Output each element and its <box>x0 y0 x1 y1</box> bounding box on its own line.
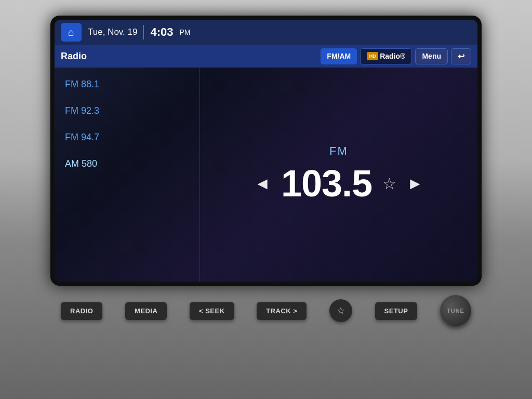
radio-title-box: Radio <box>61 51 87 62</box>
setup-physical-button[interactable]: SETUP <box>375 302 418 320</box>
preset-3-freq: 94.7 <box>81 132 99 142</box>
preset-item-3[interactable]: FM 94.7 <box>55 125 200 150</box>
back-button[interactable]: ↩ <box>451 48 471 64</box>
preset-item-4[interactable]: AM 580 <box>55 151 200 177</box>
preset-item-2[interactable]: FM 92.3 <box>55 98 200 124</box>
hd-radio-text: Radio® <box>380 52 405 60</box>
sub-header-buttons: FM/AM HD Radio® Menu ↩ <box>321 48 471 64</box>
seek-physical-button[interactable]: < SEEK <box>190 302 234 320</box>
favorite-button[interactable]: ☆ <box>382 175 396 193</box>
home-icon: ⌂ <box>68 26 74 38</box>
main-content: FM 88.1 FM 92.3 FM 94.7 AM 580 FM <box>55 68 477 282</box>
preset-2-band: FM <box>65 105 81 116</box>
radio-physical-button[interactable]: RADIO <box>61 302 102 320</box>
star-physical-button[interactable]: ☆ <box>329 299 352 322</box>
preset-3-band: FM <box>65 132 81 142</box>
screen-bezel: ⌂ Tue, Nov. 19 4:03 PM Radio FM/AM HD <box>50 16 482 286</box>
preset-1-band: FM <box>65 79 81 89</box>
preset-1-freq: 88.1 <box>81 79 99 89</box>
preset-4-freq: 580 <box>82 158 97 169</box>
hd-radio-button[interactable]: HD Radio® <box>360 48 412 64</box>
now-playing-band: FM <box>329 144 348 158</box>
preset-2-freq: 92.3 <box>81 105 99 116</box>
preset-item-1[interactable]: FM 88.1 <box>55 72 200 97</box>
menu-button[interactable]: Menu <box>415 48 448 64</box>
track-physical-button[interactable]: TRACK > <box>257 302 307 320</box>
car-surround: ⌂ Tue, Nov. 19 4:03 PM Radio FM/AM HD <box>0 0 532 399</box>
fm-am-button[interactable]: FM/AM <box>321 48 357 64</box>
now-playing-frequency: 103.5 <box>281 162 372 205</box>
now-playing-panel: FM ◄ 103.5 ☆ ► <box>200 68 477 282</box>
time-text: 4:03 <box>150 25 173 39</box>
now-playing-freq-row: ◄ 103.5 ☆ ► <box>254 162 423 205</box>
tune-knob[interactable]: TUNE <box>440 295 471 326</box>
sub-header: Radio FM/AM HD Radio® Menu ↩ <box>55 45 477 68</box>
date-time-display: Tue, Nov. 19 4:03 PM <box>88 25 471 39</box>
screen: ⌂ Tue, Nov. 19 4:03 PM Radio FM/AM HD <box>55 20 477 282</box>
preset-4-band: AM <box>65 158 82 169</box>
preset-panel: FM 88.1 FM 92.3 FM 94.7 AM 580 <box>55 68 200 282</box>
header-bar: ⌂ Tue, Nov. 19 4:03 PM <box>55 20 477 45</box>
hd-logo: HD <box>367 52 378 60</box>
home-button[interactable]: ⌂ <box>61 23 82 42</box>
prev-station-button[interactable]: ◄ <box>254 174 271 193</box>
media-physical-button[interactable]: MEDIA <box>125 302 167 320</box>
radio-label: Radio <box>61 51 87 62</box>
next-station-button[interactable]: ► <box>407 174 423 193</box>
header-divider <box>143 25 144 39</box>
am-pm-text: PM <box>179 28 190 36</box>
physical-buttons-row: RADIO MEDIA < SEEK TRACK > ☆ SETUP TUNE <box>50 295 482 326</box>
date-text: Tue, Nov. 19 <box>88 27 137 37</box>
